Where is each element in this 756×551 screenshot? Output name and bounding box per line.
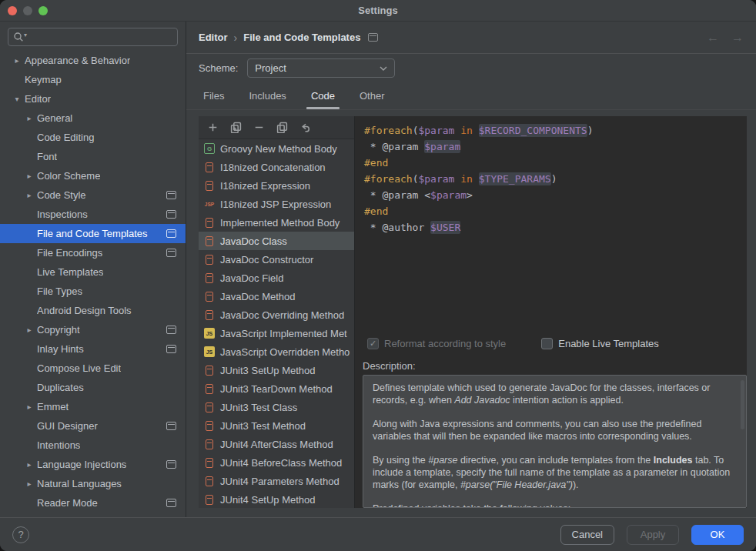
sidebar-item-emmet[interactable]: ▸Emmet [0, 397, 186, 416]
scheme-select[interactable]: Project [247, 58, 395, 78]
sidebar-item-file-types[interactable]: File Types [0, 282, 186, 301]
js-file-icon: JS [204, 328, 215, 339]
tab-code[interactable]: Code [306, 82, 340, 109]
sidebar-item-duplicates[interactable]: Duplicates [0, 378, 186, 397]
close-button[interactable] [8, 6, 17, 15]
template-item-junit4-beforeclass-method[interactable]: JUnit4 BeforeClass Method [199, 453, 354, 472]
sidebar-item-editor[interactable]: ▾Editor [0, 89, 186, 109]
reset-to-default-button[interactable] [298, 121, 312, 135]
template-item-label: I18nized Concatenation [220, 162, 326, 173]
duplicate-template-button[interactable] [275, 121, 289, 135]
sidebar-item-copyright[interactable]: ▸Copyright [0, 320, 186, 339]
checkmark-icon: ✓ [367, 338, 379, 349]
sidebar-item-general[interactable]: ▸General [0, 109, 186, 128]
chevron-right-icon[interactable]: ▸ [23, 460, 35, 469]
sidebar-item-live-templates[interactable]: Live Templates [0, 262, 186, 282]
template-item-label: JUnit4 SetUp Method [220, 494, 316, 506]
breadcrumb-file-and-code-templates[interactable]: File and Code Templates [243, 32, 360, 43]
template-item-label: JavaDoc Field [220, 272, 283, 284]
template-item-implemented-method-body[interactable]: Implemented Method Body [199, 213, 354, 232]
template-item-junit3-test-method[interactable]: JUnit3 Test Method [199, 416, 354, 435]
template-item-javascript-overridden-metho[interactable]: JSJavaScript Overridden Metho [199, 342, 354, 361]
sidebar-item-file-encodings[interactable]: File Encodings [0, 243, 186, 262]
chevron-right-icon[interactable]: ▸ [23, 172, 35, 180]
chevron-right-icon[interactable]: ▸ [23, 326, 35, 334]
chevron-right-icon[interactable]: ▸ [23, 402, 35, 411]
enable-live-templates-checkbox[interactable]: Enable Live Templates [541, 338, 659, 349]
settings-sidebar: ▾ ▸Appearance & BehaviorKeymap▾Editor▸Ge… [0, 22, 186, 517]
sidebar-item-font[interactable]: Font [0, 147, 186, 166]
template-item-javadoc-overriding-method[interactable]: JavaDoc Overriding Method [199, 306, 354, 324]
template-item-javadoc-field[interactable]: JavaDoc Field [199, 269, 354, 287]
template-editor[interactable]: #foreach($param in $RECORD_COMPONENTS) *… [355, 116, 747, 330]
ok-button[interactable]: OK [691, 525, 744, 545]
template-item-junit4-afterclass-method[interactable]: JUnit4 AfterClass Method [199, 435, 354, 453]
template-item-junit4-parameters-method[interactable]: JUnit4 Parameters Method [199, 472, 354, 490]
sidebar-item-label: Intentions [37, 439, 80, 451]
sidebar-item-inspections[interactable]: Inspections [0, 205, 186, 224]
sidebar-item-color-scheme[interactable]: ▸Color Scheme [0, 166, 186, 185]
description-content: Defines template which used to generate … [373, 382, 734, 508]
chevron-right-icon[interactable]: ▸ [11, 56, 23, 65]
template-file-icon [206, 384, 213, 394]
js-file-icon: JS [204, 346, 215, 357]
tab-includes[interactable]: Includes [244, 82, 290, 109]
sidebar-item-android-design-tools[interactable]: Android Design Tools [0, 301, 186, 320]
breadcrumb-editor[interactable]: Editor [199, 32, 228, 43]
zoom-button[interactable] [38, 6, 48, 15]
sidebar-item-appearance-behavior[interactable]: ▸Appearance & Behavior [0, 51, 186, 70]
template-item-junit3-test-class[interactable]: JUnit3 Test Class [199, 398, 354, 416]
search-history-chevron-icon[interactable]: ▾ [24, 32, 27, 38]
template-item-i18nized-concatenation[interactable]: I18nized Concatenation [199, 158, 354, 176]
sidebar-item-intentions[interactable]: Intentions [0, 436, 186, 455]
chevron-right-icon[interactable]: ▸ [23, 191, 35, 199]
template-item-junit3-teardown-method[interactable]: JUnit3 TearDown Method [199, 379, 354, 398]
ide-settings-badge-icon [166, 191, 176, 199]
description-box[interactable]: Defines template which used to generate … [363, 375, 747, 508]
template-item-i18nized-expression[interactable]: I18nized Expression [199, 176, 354, 195]
sidebar-item-language-injections[interactable]: ▸Language Injections [0, 455, 186, 474]
template-item-junit3-setup-method[interactable]: JUnit3 SetUp Method [199, 361, 354, 379]
template-item-javascript-implemented-met[interactable]: JSJavaScript Implemented Met [199, 324, 354, 342]
template-file-icon [206, 162, 213, 172]
tab-other[interactable]: Other [355, 82, 390, 109]
sidebar-item-reader-mode[interactable]: Reader Mode [0, 493, 186, 513]
tabs: FilesIncludesCodeOther [186, 82, 756, 110]
minimize-button[interactable] [23, 6, 32, 15]
back-button[interactable]: ← [707, 31, 719, 45]
code-line: * @param <$param> [364, 187, 738, 203]
settings-search-input[interactable] [8, 28, 178, 46]
template-item-junit4-setup-method[interactable]: JUnit4 SetUp Method [199, 490, 354, 508]
sidebar-item-inlay-hints[interactable]: Inlay Hints [0, 339, 186, 359]
sidebar-item-natural-languages[interactable]: ▸Natural Languages [0, 474, 186, 493]
create-child-template-button[interactable] [229, 121, 243, 135]
chevron-right-icon[interactable]: ▸ [23, 114, 35, 122]
history-nav: ← → [707, 31, 744, 45]
cancel-button[interactable]: Cancel [560, 525, 614, 545]
header-row: Editor › File and Code Templates ← → [186, 22, 756, 54]
add-template-button[interactable] [206, 121, 219, 135]
sidebar-item-compose-live-edit[interactable]: Compose Live Edit [0, 359, 186, 378]
sidebar-item-gui-designer[interactable]: GUI Designer [0, 416, 186, 436]
jsp-file-icon: JSP [204, 199, 215, 209]
sidebar-item-file-and-code-templates[interactable]: File and Code Templates [0, 224, 186, 243]
template-item-i18nized-jsp-expression[interactable]: JSPI18nized JSP Expression [199, 195, 354, 213]
sidebar-item-code-style[interactable]: ▸Code Style [0, 185, 186, 205]
template-item-groovy-new-method-body[interactable]: GGroovy New Method Body [199, 139, 354, 158]
reformat-checkbox[interactable]: ✓ Reformat according to style [367, 338, 506, 349]
template-item-javadoc-constructor[interactable]: JavaDoc Constructor [199, 250, 354, 269]
sidebar-item-label: Copyright [37, 324, 80, 336]
sidebar-item-keymap[interactable]: Keymap [0, 70, 186, 89]
help-button[interactable]: ? [12, 526, 29, 543]
forward-button[interactable]: → [731, 31, 744, 45]
sidebar-item-code-editing[interactable]: Code Editing [0, 128, 186, 147]
chevron-down-icon[interactable]: ▾ [11, 95, 23, 103]
apply-button[interactable]: Apply [627, 525, 679, 545]
tab-files[interactable]: Files [199, 82, 229, 109]
template-item-javadoc-method[interactable]: JavaDoc Method [199, 287, 354, 306]
template-item-javadoc-class[interactable]: JavaDoc Class [199, 232, 354, 250]
scrollbar-thumb[interactable] [741, 380, 744, 429]
ide-settings-badge-icon [166, 229, 176, 238]
remove-template-button[interactable] [252, 121, 266, 135]
chevron-right-icon[interactable]: ▸ [23, 479, 35, 488]
